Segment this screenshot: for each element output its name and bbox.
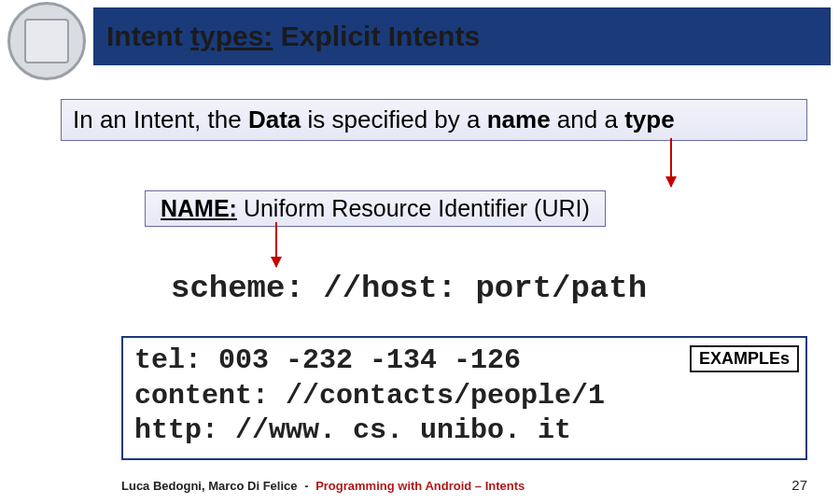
intro-b1: Data xyxy=(248,105,301,133)
intro-b3: type xyxy=(624,105,674,133)
intro-t1: In an Intent, the xyxy=(73,105,248,133)
title-bar: Intent types: Explicit Intents xyxy=(93,7,831,65)
name-box: NAME: Uniform Resource Identifier (URI) xyxy=(145,190,606,227)
examples-label: EXAMPLEs xyxy=(690,345,799,372)
name-box-value: Uniform Resource Identifier (URI) xyxy=(237,195,590,221)
footer-authors: Luca Bedogni, Marco Di Felice xyxy=(121,479,298,493)
intro-t2: is specified by a xyxy=(301,105,486,133)
intro-box: In an Intent, the Data is specified by a… xyxy=(61,99,807,141)
footer-course: Programming with Android – Intents xyxy=(315,479,525,493)
name-box-label: NAME: xyxy=(161,195,237,221)
uri-scheme-pattern: scheme: //host: port/path xyxy=(171,271,647,306)
example-line: content: //contacts/people/1 xyxy=(134,379,794,414)
footer: Luca Bedogni, Marco Di Felice - Programm… xyxy=(121,477,807,493)
example-line: http: //www. cs. unibo. it xyxy=(134,413,794,449)
title-highlight: types: xyxy=(190,21,273,51)
title-pre: Intent xyxy=(106,21,190,51)
arrow-down-icon xyxy=(670,138,672,187)
arrow-down-icon xyxy=(275,222,277,267)
title-post: Explicit Intents xyxy=(273,21,480,51)
intro-t3: and a xyxy=(551,105,625,133)
seal-inner-icon xyxy=(24,19,69,63)
slide-title: Intent types: Explicit Intents xyxy=(106,21,480,52)
intro-b2: name xyxy=(487,105,551,133)
page-number: 27 xyxy=(791,477,807,493)
footer-dash: - xyxy=(301,479,312,493)
university-seal-icon xyxy=(7,2,86,80)
